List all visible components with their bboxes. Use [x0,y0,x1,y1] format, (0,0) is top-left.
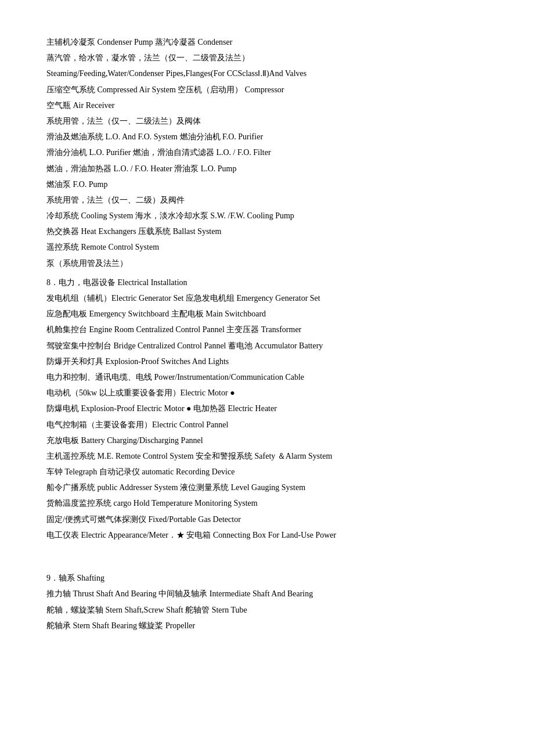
content-line-9: 燃油泵 F.O. Pump [46,177,488,192]
content-line-14: 泵（系统用管及法兰） [46,256,488,271]
content-line-8: 燃油，滑油加热器 L.O. / F.O. Heater 滑油泵 L.O. Pum… [46,161,488,176]
content-line-29: 货舱温度监控系统 cargo Hold Temperature Monitori… [46,496,488,510]
content-line-11: 冷却系统 Cooling System 海水，淡水冷却水泵 S.W. /F.W.… [46,208,488,223]
content-line-6: 滑油及燃油系统 L.O. And F.O. System 燃油分油机 F.O. … [46,129,488,144]
content-line-17: 应急配电板 Emergency Switchboard 主配电板 Main Sw… [46,307,488,321]
content-line-7: 滑油分油机 L.O. Purifier 燃油，滑油自清式滤器 L.O. / F.… [46,145,488,160]
content-line-27: 车钟 Telegraph 自动记录仪 automatic Recording D… [46,465,488,479]
main-content: 主辅机冷凝泵 Condenser Pump 蒸汽冷凝器 Condenser蒸汽管… [46,35,488,633]
content-line-26: 主机遥控系统 M.E. Remote Control System 安全和警报系… [46,449,488,463]
content-line-20: 防爆开关和灯具 Explosion-Proof Switches And Lig… [46,354,488,369]
content-line-24: 电气控制箱（主要设备套用）Electric Control Pannel [46,417,488,432]
content-line-31: 电工仪表 Electric Appearance/Meter．★ 安电箱 Con… [46,528,488,542]
content-line-35: 舵轴，螺旋桨轴 Stern Shaft,Screw Shaft 舵轴管 Ster… [46,603,488,617]
content-line-36: 舵轴承 Stern Shaft Bearing 螺旋桨 Propeller [46,618,488,633]
content-line-2: Steaming/Feeding,Water/Condenser Pipes,F… [46,66,488,81]
content-line-10: 系统用管，法兰（仅一、二级）及阀件 [46,193,488,207]
content-line-4: 空气瓶 Air Receiver [46,98,488,113]
content-line-32 [46,552,488,566]
content-line-22: 电动机（50kw 以上或重要设备套用）Electric Motor ● [46,386,488,400]
content-line-30: 固定/便携式可燃气体探测仪 Fixed/Portable Gas Detecto… [46,512,488,527]
content-line-25: 充放电板 Battery Charging/Discharging Pannel [46,433,488,448]
content-line-33: 9．轴系 Shafting [46,571,488,585]
content-line-21: 电力和控制、通讯电缆、电线 Power/Instrumentation/Comm… [46,370,488,384]
content-line-0: 主辅机冷凝泵 Condenser Pump 蒸汽冷凝器 Condenser [46,35,488,49]
content-line-16: 发电机组（辅机）Electric Generator Set 应急发电机组 Em… [46,291,488,305]
content-line-12: 热交换器 Heat Exchangers 压载系统 Ballast System [46,224,488,239]
content-line-19: 驾驶室集中控制台 Bridge Centralized Control Pann… [46,339,488,353]
content-line-34: 推力轴 Thrust Shaft And Bearing 中间轴及轴承 Inte… [46,586,488,601]
content-line-13: 遥控系统 Remote Control System [46,240,488,254]
content-line-23: 防爆电机 Explosion-Proof Electric Motor ● 电加… [46,401,488,416]
content-line-3: 压缩空气系统 Compressed Air System 空压机（启动用） Co… [46,82,488,97]
content-line-15: 8．电力，电器设备 Electrical Installation [46,275,488,290]
content-line-1: 蒸汽管，给水管，凝水管，法兰（仅一、二级管及法兰） [46,51,488,65]
content-line-5: 系统用管，法兰（仅一、二级法兰）及阀体 [46,114,488,128]
content-line-18: 机舱集控台 Engine Room Centralized Control Pa… [46,322,488,337]
content-line-28: 船令广播系统 public Addresser System 液位测量系统 Le… [46,480,488,495]
